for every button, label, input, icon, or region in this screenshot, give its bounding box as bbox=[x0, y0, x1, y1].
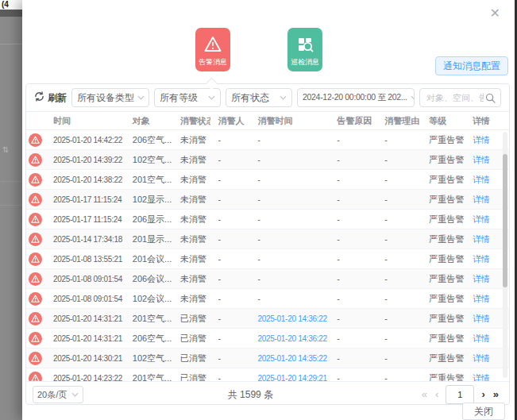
cell-time: 2025-01-20 14:31:21 bbox=[45, 314, 125, 323]
tab-inspection-label: 巡检消息 bbox=[291, 57, 319, 71]
cell-time: 2025-01-20 14:31:21 bbox=[45, 334, 125, 343]
alarm-icon bbox=[26, 292, 45, 306]
cell-time: 2025-01-17 11:15:24 bbox=[45, 195, 125, 204]
table-row: 2025-01-08 09:01:54102会议...未消警----严重告警详情 bbox=[26, 289, 509, 309]
cell-level: 严重告警 bbox=[421, 134, 465, 146]
page-size-select[interactable]: 20条/页 bbox=[33, 386, 83, 403]
tab-alarm-label: 告警消息 bbox=[199, 57, 227, 71]
search-box bbox=[419, 88, 501, 107]
cell-time: 2025-01-08 09:01:54 bbox=[45, 295, 125, 303]
tab-inspection-messages[interactable]: 巡检消息 bbox=[287, 28, 322, 71]
search-input[interactable] bbox=[425, 92, 485, 103]
cell-clear-person: - bbox=[210, 175, 250, 184]
cell-level: 严重告警 bbox=[421, 333, 465, 345]
close-button[interactable]: 关闭 bbox=[462, 403, 505, 420]
screen: (4 ⇅ ✕ 告警消息 巡检消息 通知消息配置 bbox=[0, 0, 517, 420]
page-size-value: 20条/页 bbox=[37, 389, 67, 401]
date-range-picker[interactable]: 2024-12-20 00:00:00 至 202... bbox=[297, 88, 415, 107]
detail-link[interactable]: 详情 bbox=[473, 333, 490, 343]
cell-object: 201空气... bbox=[125, 174, 172, 186]
warning-triangle-icon bbox=[203, 28, 222, 57]
detail-link[interactable]: 详情 bbox=[473, 314, 490, 323]
detail-link[interactable]: 详情 bbox=[473, 214, 490, 224]
cell-clear-reason: - bbox=[376, 333, 421, 343]
cell-level: 严重告警 bbox=[421, 353, 465, 364]
cell-detail: 详情 bbox=[465, 253, 493, 265]
detail-link[interactable]: 详情 bbox=[473, 294, 490, 303]
detail-link[interactable]: 详情 bbox=[473, 254, 490, 264]
cell-clear-person: - bbox=[210, 155, 250, 164]
table-row: 2025-01-08 13:55:21201会议...未消警----严重告警详情 bbox=[26, 249, 509, 269]
table-row: 2025-01-20 14:31:21206空气...已消警-2025-01-2… bbox=[26, 329, 509, 349]
status-select[interactable]: 所有状态 bbox=[226, 88, 292, 107]
cell-level: 严重告警 bbox=[421, 372, 465, 382]
cell-alarm-reason: - bbox=[329, 155, 376, 164]
detail-link[interactable]: 详情 bbox=[473, 274, 490, 283]
last-page-button[interactable]: » bbox=[489, 386, 503, 403]
tab-alarm-messages[interactable]: 告警消息 bbox=[195, 28, 230, 71]
cell-time: 2025-01-20 14:42:22 bbox=[45, 136, 125, 144]
cell-clear-status: 未消警 bbox=[172, 134, 210, 146]
table-row: 2025-01-14 17:34:18201显示...未消警----严重告警详情 bbox=[26, 229, 509, 249]
cell-detail: 详情 bbox=[465, 313, 493, 325]
cell-clear-person: - bbox=[210, 333, 250, 343]
alarm-icon bbox=[26, 213, 45, 226]
header-clear-person: 消警人 bbox=[210, 115, 250, 127]
device-type-select[interactable]: 所有设备类型 bbox=[71, 88, 149, 107]
cell-detail: 详情 bbox=[465, 154, 493, 166]
cell-clear-status: 已消警 bbox=[172, 372, 210, 382]
notify-config-button[interactable]: 通知消息配置 bbox=[435, 56, 508, 75]
column-settings-chevron-icon[interactable] bbox=[493, 118, 509, 123]
cell-clear-reason: - bbox=[376, 314, 421, 323]
cell-clear-reason: - bbox=[376, 254, 421, 264]
detail-link[interactable]: 详情 bbox=[473, 155, 490, 164]
detail-link[interactable]: 详情 bbox=[473, 195, 490, 204]
next-page-button[interactable]: › bbox=[477, 386, 488, 403]
table-row: 2025-01-20 14:42:22206空气...未消警----严重告警详情 bbox=[26, 130, 509, 150]
header-object: 对象 bbox=[125, 115, 172, 127]
table-body: 2025-01-20 14:42:22206空气...未消警----严重告警详情… bbox=[26, 130, 509, 381]
cell-clear-status: 已消警 bbox=[172, 353, 210, 364]
status-value: 所有状态 bbox=[231, 91, 269, 105]
cell-level: 严重告警 bbox=[421, 253, 465, 265]
level-select[interactable]: 所有等级 bbox=[154, 88, 221, 107]
filter-bar: 刷新 所有设备类型 所有等级 所有状态 2024-12-20 00:00:00 … bbox=[26, 84, 509, 112]
sort-icon: ⇅ bbox=[2, 145, 9, 154]
cell-object: 102显示... bbox=[125, 194, 172, 206]
cell-alarm-reason: - bbox=[329, 294, 376, 303]
cell-level: 严重告警 bbox=[421, 194, 465, 206]
cell-clear-status: 未消警 bbox=[172, 214, 210, 225]
detail-link[interactable]: 详情 bbox=[473, 373, 490, 382]
refresh-button[interactable]: 刷新 bbox=[34, 91, 67, 105]
cell-clear-reason: - bbox=[376, 234, 421, 244]
detail-link[interactable]: 详情 bbox=[473, 175, 490, 184]
header-clear-reason: 消警理由 bbox=[376, 115, 421, 127]
cell-clear-reason: - bbox=[376, 274, 421, 283]
inspection-magnifier-icon bbox=[295, 28, 314, 57]
page-number-input[interactable] bbox=[446, 385, 474, 404]
cell-time: 2025-01-20 14:23:22 bbox=[45, 374, 125, 382]
alarm-icon bbox=[26, 272, 45, 286]
prev-page-button[interactable]: ‹ bbox=[431, 386, 442, 403]
cell-clear-status: 未消警 bbox=[172, 233, 210, 245]
close-icon[interactable]: ✕ bbox=[490, 7, 500, 20]
cell-time: 2025-01-08 09:01:54 bbox=[45, 275, 125, 283]
first-page-button[interactable]: « bbox=[418, 386, 431, 403]
cell-detail: 详情 bbox=[465, 134, 493, 146]
cell-clear-person: - bbox=[210, 195, 250, 204]
detail-link[interactable]: 详情 bbox=[473, 353, 490, 363]
cell-clear-time: 2025-01-20 14:36:22 bbox=[250, 334, 330, 343]
cell-alarm-reason: - bbox=[329, 135, 376, 144]
alarm-panel: 刷新 所有设备类型 所有等级 所有状态 2024-12-20 00:00:00 … bbox=[25, 83, 510, 405]
cell-object: 206显示... bbox=[125, 214, 172, 225]
cell-clear-time: 2025-01-20 14:29:21 bbox=[250, 374, 330, 382]
alarm-icon bbox=[26, 332, 45, 345]
cell-clear-person: - bbox=[210, 314, 250, 323]
background-divider bbox=[0, 181, 24, 182]
scrollbar-thumb[interactable] bbox=[503, 154, 507, 287]
detail-link[interactable]: 详情 bbox=[473, 135, 490, 144]
detail-link[interactable]: 详情 bbox=[473, 234, 490, 244]
table-row: 2025-01-20 14:31:21201空气...已消警-2025-01-2… bbox=[26, 309, 509, 329]
search-icon[interactable] bbox=[485, 93, 496, 103]
cell-clear-person: - bbox=[210, 274, 250, 283]
